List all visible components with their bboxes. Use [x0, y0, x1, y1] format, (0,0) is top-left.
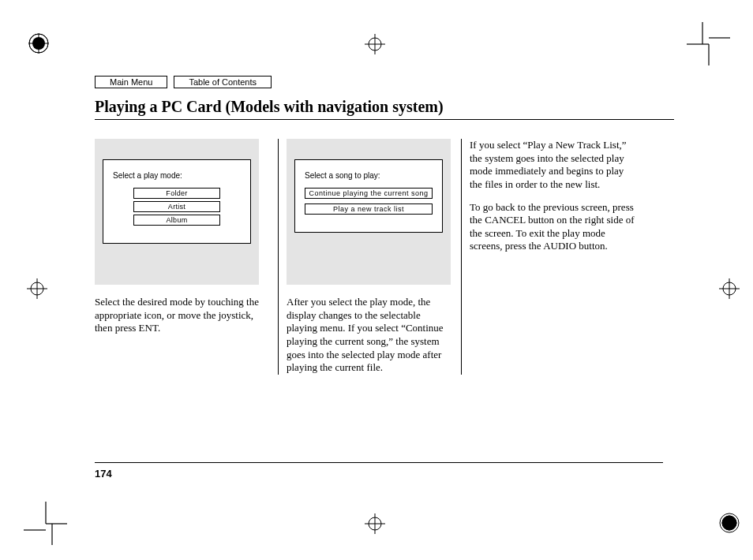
crop-tr	[687, 22, 730, 65]
column-2: Select a song to play: Continue playing …	[278, 139, 461, 375]
page-title: Playing a PC Card (Models with navigatio…	[95, 98, 674, 116]
crop-bl	[24, 502, 67, 545]
option-album: Album	[133, 215, 220, 226]
content-columns: Select a play mode: Folder Artist Album …	[95, 139, 663, 375]
reg-cross-top	[365, 34, 385, 54]
column-1: Select a play mode: Folder Artist Album …	[95, 139, 278, 375]
reg-cross-right	[719, 278, 740, 299]
screenshot-play-mode: Select a play mode: Folder Artist Album	[95, 139, 259, 285]
column-3: If you select “Play a New Track List,” t…	[461, 139, 644, 375]
option-continue: Continue playing the current song	[305, 188, 433, 199]
top-nav: Main Menu Table of Contents	[95, 76, 272, 88]
reg-target-tl	[27, 32, 51, 55]
toc-button[interactable]: Table of Contents	[174, 76, 272, 88]
option-folder: Folder	[133, 188, 220, 199]
option-new-list: Play a new track list	[305, 203, 433, 215]
col2-text: After you select the play mode, the disp…	[287, 296, 453, 375]
reg-cross-bottom	[365, 513, 385, 534]
main-menu-button[interactable]: Main Menu	[95, 76, 167, 88]
reg-target-br	[717, 511, 741, 535]
title-rule	[95, 119, 674, 120]
page-number: 174	[95, 468, 112, 480]
col3-p1: If you select “Play a New Track List,” t…	[470, 139, 636, 192]
screenshot-song-select: Select a song to play: Continue playing …	[287, 139, 451, 285]
panel-title: Select a song to play:	[305, 171, 433, 180]
col3-p2: To go back to the previous screen, press…	[470, 201, 636, 254]
reg-cross-left	[27, 278, 47, 299]
panel-title: Select a play mode:	[113, 171, 241, 180]
col1-text: Select the desired mode by touching the …	[95, 296, 270, 335]
option-artist: Artist	[133, 201, 220, 212]
